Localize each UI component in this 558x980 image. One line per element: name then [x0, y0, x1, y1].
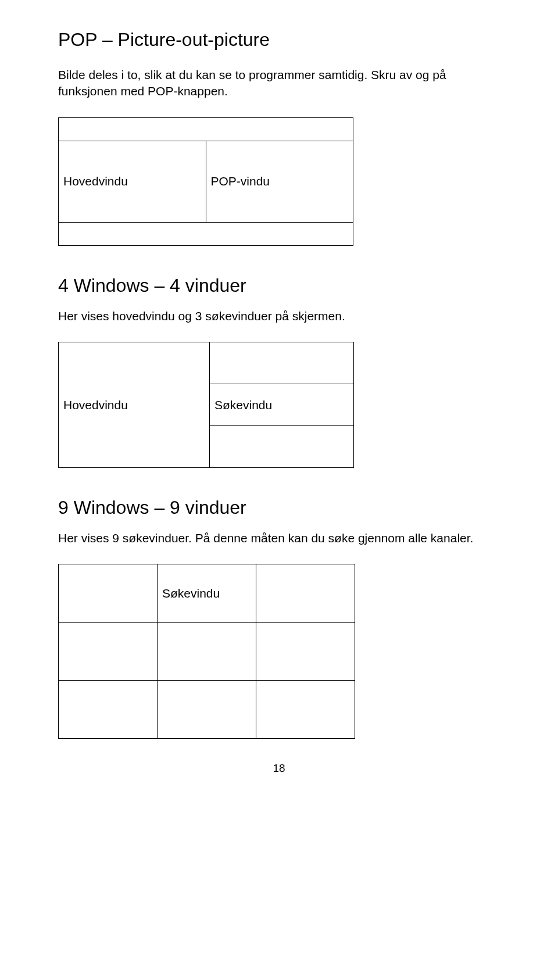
pop-sub-window-cell: POP-vindu: [206, 141, 353, 222]
four-windows-body: Her vises hovedvindu og 3 søkevinduer på…: [58, 308, 500, 324]
four-search-window-cell-2: Søkevindu: [210, 384, 354, 426]
four-windows-heading: 4 Windows – 4 vinduer: [58, 275, 500, 296]
nine-windows-diagram: Søkevindu: [58, 564, 355, 739]
nine-cell-2: Søkevindu: [158, 564, 256, 623]
nine-cell-4: [59, 623, 158, 681]
pop-diagram-top: [59, 117, 353, 141]
nine-windows-heading: 9 Windows – 9 vinduer: [58, 497, 500, 518]
four-search-window-cell-3: [210, 426, 354, 468]
nine-cell-3: [256, 564, 355, 623]
pop-diagram: Hovedvindu POP-vindu: [58, 117, 353, 246]
pop-body: Bilde deles i to, slik at du kan se to p…: [58, 67, 500, 100]
four-main-window-cell: Hovedvindu: [59, 342, 210, 468]
page-number: 18: [58, 762, 500, 775]
nine-cell-5: [158, 623, 256, 681]
nine-windows-body: Her vises 9 søkevinduer. På denne måten …: [58, 530, 500, 546]
nine-cell-1: [59, 564, 158, 623]
nine-cell-9: [256, 681, 355, 739]
nine-cell-7: [59, 681, 158, 739]
document-page: POP – Picture-out-picture Bilde deles i …: [0, 0, 558, 980]
pop-diagram-bottom: [59, 222, 353, 245]
pop-heading: POP – Picture-out-picture: [58, 29, 500, 51]
four-windows-diagram: Hovedvindu Søkevindu: [58, 342, 354, 468]
four-search-window-cell-1: [210, 342, 354, 384]
pop-main-window-cell: Hovedvindu: [59, 141, 206, 222]
nine-cell-8: [158, 681, 256, 739]
nine-cell-6: [256, 623, 355, 681]
